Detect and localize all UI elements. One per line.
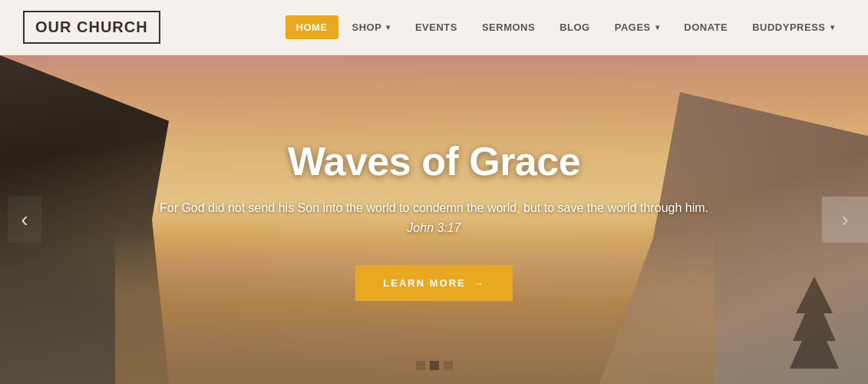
hero-slider: ‹ Waves of Grace For God did not send hi… — [0, 55, 868, 384]
logo[interactable]: OUR CHURCH — [23, 11, 160, 44]
slider-dot-1[interactable] — [416, 361, 425, 370]
nav-item-buddypress[interactable]: BUDDYPRESS ▾ — [741, 15, 845, 39]
slider-dot-3[interactable] — [444, 361, 453, 370]
next-arrow-icon: › — [841, 207, 848, 232]
nav-item-home[interactable]: HOME — [285, 15, 338, 39]
hero-cta-button[interactable]: LEARN MORE → — [355, 265, 512, 301]
logo-text: OUR CHURCH — [35, 18, 148, 35]
nav-item-pages[interactable]: PAGES ▾ — [604, 15, 671, 39]
nav-label-buddypress: BUDDYPRESS — [752, 22, 825, 33]
hero-title: Waves of Grace — [288, 138, 580, 184]
prev-arrow-icon: ‹ — [21, 207, 28, 232]
nav-label-events: EVENTS — [415, 22, 457, 33]
nav-item-shop[interactable]: SHOP ▾ — [342, 15, 401, 39]
nav-label-shop: SHOP — [352, 22, 382, 33]
nav-label-donate: DONATE — [684, 22, 728, 33]
hero-subtitle: For God did not send his Son into the wo… — [153, 198, 715, 237]
nav-label-sermons: SERMONS — [482, 22, 535, 33]
main-nav: HOME SHOP ▾ EVENTS SERMONS BLOG PAGES ▾ … — [285, 15, 845, 39]
slider-prev-button[interactable]: ‹ — [8, 197, 41, 243]
header: OUR CHURCH HOME SHOP ▾ EVENTS SERMONS BL… — [0, 0, 868, 55]
nav-label-pages: PAGES — [615, 22, 651, 33]
nav-item-events[interactable]: EVENTS — [404, 15, 468, 39]
nav-label-home: HOME — [296, 22, 328, 33]
slider-dot-2[interactable] — [430, 361, 439, 370]
nav-item-blog[interactable]: BLOG — [549, 15, 601, 39]
nav-label-blog: BLOG — [559, 22, 590, 33]
shop-caret-icon: ▾ — [386, 23, 391, 31]
slider-dots — [416, 361, 453, 370]
buddypress-caret-icon: ▾ — [830, 23, 835, 31]
hero-subtitle-ref: John 3:17 — [407, 221, 460, 234]
hero-cta-label: LEARN MORE — [383, 277, 465, 289]
hero-cta-arrow-icon: → — [474, 277, 485, 289]
nav-item-donate[interactable]: DONATE — [673, 15, 738, 39]
pages-caret-icon: ▾ — [655, 23, 660, 31]
hero-content: Waves of Grace For God did not send his … — [0, 55, 868, 384]
slider-next-button[interactable]: › — [822, 197, 868, 243]
hero-subtitle-text: For God did not send his Son into the wo… — [160, 201, 708, 214]
nav-item-sermons[interactable]: SERMONS — [471, 15, 546, 39]
